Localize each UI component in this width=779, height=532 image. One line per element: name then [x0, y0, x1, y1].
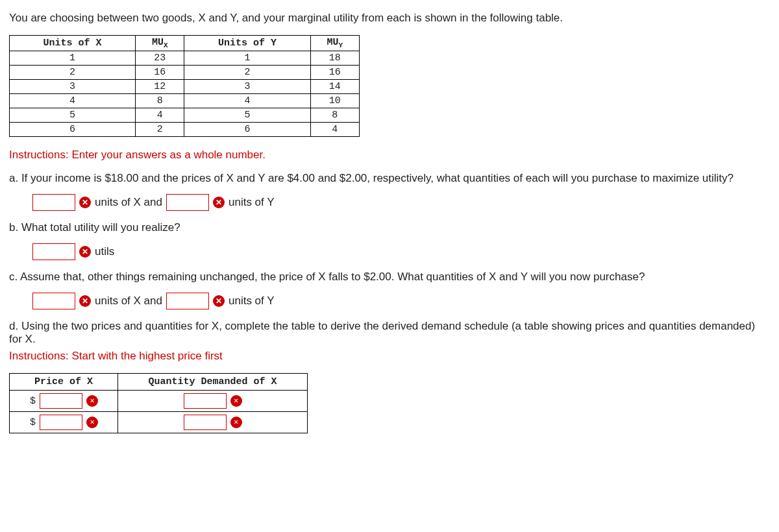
- question-d: d. Using the two prices and quantities f…: [9, 320, 770, 346]
- col-units-x: Units of X: [10, 36, 136, 51]
- question-c: c. Assume that, other things remaining u…: [9, 271, 770, 284]
- mu-table: Units of X MUX Units of Y MUY 1 23 1 18 …: [9, 35, 360, 137]
- answer-a-line: ✕ units of X and ✕ units of Y: [32, 194, 770, 211]
- wrong-icon: ✕: [230, 417, 242, 428]
- input-b-utils[interactable]: [32, 243, 75, 260]
- demand-table: Price of X Quantity Demanded of X $ ✕ ✕: [9, 373, 308, 433]
- instructions-d: Instructions: Start with the highest pri…: [9, 350, 770, 363]
- table-row: 5 4 5 8: [10, 108, 360, 123]
- col-price-x: Price of X: [10, 374, 118, 391]
- table-row: 2 16 2 16: [10, 66, 360, 80]
- table-row: $ ✕ ✕: [10, 412, 308, 433]
- input-qty-1[interactable]: [184, 393, 227, 409]
- wrong-icon: ✕: [230, 395, 242, 407]
- input-price-1[interactable]: [40, 393, 82, 409]
- instructions-a: Instructions: Enter your answers as a wh…: [9, 149, 770, 162]
- wrong-icon: ✕: [79, 295, 91, 307]
- table-row: 1 23 1 18: [10, 51, 360, 66]
- input-qty-2[interactable]: [184, 415, 227, 430]
- label-units-y: units of Y: [229, 295, 275, 308]
- answer-c-line: ✕ units of X and ✕ units of Y: [32, 293, 770, 309]
- wrong-icon: ✕: [86, 417, 98, 428]
- label-units-x: units of X and: [95, 196, 162, 209]
- table-row: 4 8 4 10: [10, 94, 360, 108]
- question-a: a. If your income is $18.00 and the pric…: [9, 172, 770, 185]
- col-qty-x: Quantity Demanded of X: [118, 374, 308, 391]
- wrong-icon: ✕: [79, 197, 91, 208]
- answer-b-line: ✕ utils: [32, 243, 770, 260]
- wrong-icon: ✕: [213, 295, 225, 307]
- wrong-icon: ✕: [86, 395, 98, 407]
- input-c-units-x[interactable]: [32, 293, 75, 309]
- input-a-units-x[interactable]: [32, 194, 75, 211]
- table-row: 3 12 3 14: [10, 80, 360, 94]
- dollar-sign: $: [29, 396, 36, 407]
- dollar-sign: $: [29, 417, 36, 428]
- label-units-x: units of X and: [95, 295, 162, 308]
- input-a-units-y[interactable]: [166, 194, 209, 211]
- col-muy: MUY: [310, 36, 360, 51]
- table-row: $ ✕ ✕: [10, 391, 308, 412]
- col-mux: MUX: [136, 36, 184, 51]
- question-b: b. What total utility will you realize?: [9, 221, 770, 234]
- col-units-y: Units of Y: [184, 36, 310, 51]
- input-price-2[interactable]: [40, 415, 82, 430]
- wrong-icon: ✕: [213, 197, 225, 208]
- input-c-units-y[interactable]: [166, 293, 209, 309]
- label-utils: utils: [95, 245, 114, 258]
- intro-text: You are choosing between two goods, X an…: [9, 12, 770, 25]
- table-row: 6 2 6 4: [10, 123, 360, 137]
- label-units-y: units of Y: [229, 196, 275, 209]
- wrong-icon: ✕: [79, 246, 91, 258]
